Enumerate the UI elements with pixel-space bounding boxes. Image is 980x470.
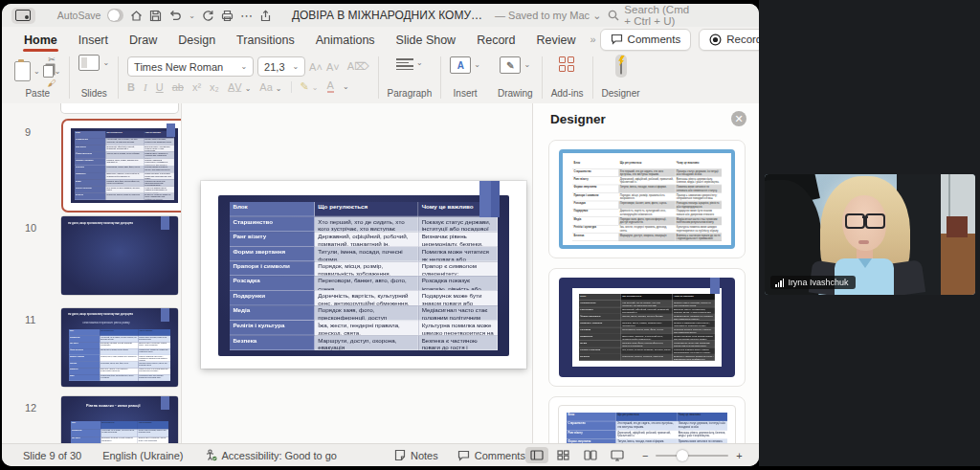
font-color-caret[interactable]: ⌄	[343, 82, 349, 91]
slide-canvas[interactable]: БлокЩо регулюєтьсяЧому це важливоСтаршин…	[182, 103, 532, 444]
saved-status[interactable]: — Saved to my Mac ⌄	[495, 10, 601, 22]
thumbnail-slide-12[interactable]: Рівень помилки – канал реакції БлокЩо ре…	[61, 396, 178, 444]
tab-record[interactable]: Record	[466, 29, 525, 51]
tab-transitions[interactable]: Transitions	[226, 29, 305, 51]
designer-label[interactable]: Designer	[602, 88, 640, 101]
insert-caret[interactable]: ⌄	[474, 60, 480, 69]
drawing-label[interactable]: Drawing	[498, 88, 533, 101]
designer-close-button[interactable]: ✕	[731, 111, 746, 126]
status-bar: Slide 9 of 30 English (Ukraine) Accessib…	[2, 443, 759, 466]
addins-grid-icon[interactable]	[559, 56, 576, 74]
strikethrough-button[interactable]: ab	[172, 81, 184, 93]
home-icon[interactable]	[130, 10, 143, 22]
record-button[interactable]: Record	[699, 29, 759, 51]
tabs-overflow-chevron[interactable]: »	[586, 34, 599, 45]
screen-share-indicator[interactable]	[11, 8, 35, 24]
insert-textbox-icon[interactable]: A	[450, 56, 471, 74]
webcam-video-tile[interactable]: Iryna Ivashchuk	[765, 174, 975, 295]
zoom-out-button[interactable]: −	[642, 450, 648, 461]
table-row: БезпекаМаршрути, доступ, охорона, евакуа…	[230, 336, 498, 350]
clear-formatting-button[interactable]: A⌦	[347, 60, 369, 73]
change-case-button[interactable]: Aa ⌄	[259, 81, 281, 93]
bold-button[interactable]: B	[127, 81, 135, 93]
addins-group: Add-ins	[543, 52, 592, 103]
slides-caret[interactable]: ⌄	[102, 58, 109, 67]
undo-dropdown-caret[interactable]: ⌄	[189, 11, 195, 20]
reading-view-button[interactable]	[579, 447, 602, 463]
addins-label[interactable]: Add-ins	[551, 88, 584, 101]
tab-draw[interactable]: Draw	[119, 29, 167, 51]
print-icon[interactable]	[221, 10, 234, 22]
italic-button[interactable]: I	[144, 81, 147, 93]
thumbnail-slide-9[interactable]: БлокЩо регулюєтьсяЧому це важливоСтаршин…	[61, 119, 182, 213]
slide-thumbnail-panel[interactable]: 9 БлокЩо регулюєтьсяЧому це важливоСтарш…	[2, 103, 182, 444]
comments-button[interactable]: Comments	[600, 29, 692, 51]
thumbnail-slide-10[interactable]: Як діяти, якщо протокольну помилку вже д…	[61, 216, 178, 295]
drawing-pencil-icon[interactable]: ✎	[500, 56, 521, 74]
slide-sorter-view-button[interactable]	[552, 447, 575, 463]
slide-counter[interactable]: Slide 9 of 30	[23, 450, 81, 461]
insert-label[interactable]: Insert	[454, 88, 478, 101]
paragraph-caret[interactable]: ⌄	[416, 58, 423, 67]
font-color-button[interactable]: A	[327, 80, 334, 93]
document-title[interactable]: ДОВІРА В МІЖНАРОДНИХ КОМУ…	[292, 9, 482, 22]
superscript-button[interactable]: x²	[192, 81, 201, 93]
paste-caret[interactable]: ⌄	[33, 67, 40, 76]
slide-page[interactable]: БлокЩо регулюєтьсяЧому це важливоСтаршин…	[201, 181, 526, 369]
cut-icon[interactable]: ✂	[48, 55, 56, 64]
underline-button[interactable]: U	[156, 81, 164, 93]
font-size-select[interactable]: 21,3⌄	[257, 56, 305, 77]
designer-button[interactable]	[615, 55, 627, 78]
paragraph-label[interactable]: Paragraph	[388, 88, 433, 101]
highlight-color-button[interactable]: ✎ ⌄	[301, 80, 319, 93]
undo-icon[interactable]	[168, 10, 182, 22]
bookmark-shape[interactable]	[479, 181, 500, 217]
new-slide-icon[interactable]	[78, 55, 100, 71]
tab-design[interactable]: Design	[167, 29, 226, 51]
zoom-level[interactable]: 46%	[750, 450, 759, 461]
accessibility-status[interactable]: Accessibility: Good to go	[205, 449, 337, 461]
zoom-slider-knob[interactable]	[677, 450, 688, 461]
tab-animations[interactable]: Animations	[305, 29, 386, 51]
comments-toggle[interactable]: Comments	[457, 450, 525, 461]
design-variant-1[interactable]: БлокЩо регулюєтьсяЧому це важливоСтаршин…	[548, 140, 746, 258]
design-variant-2[interactable]: БлокЩо регулюєтьсяЧому це важливоСтаршин…	[548, 268, 746, 387]
paste-clipboard-icon[interactable]	[14, 61, 31, 81]
slides-label[interactable]: Slides	[81, 88, 107, 101]
paragraph-icon[interactable]	[396, 58, 413, 70]
paste-label[interactable]: Paste	[25, 88, 50, 101]
notes-button[interactable]: Notes	[394, 449, 438, 461]
subscript-button[interactable]: x₂	[210, 81, 219, 93]
thumbnail-slide-8-partial[interactable]	[61, 103, 178, 113]
save-icon[interactable]	[149, 10, 162, 22]
format-painter-icon[interactable]: 🖌	[48, 78, 56, 88]
character-spacing-button[interactable]: A̲V̲ ⌄	[228, 81, 251, 93]
slide-table[interactable]: БлокЩо регулюєтьсяЧому це важливоСтаршин…	[230, 202, 498, 350]
tab-review[interactable]: Review	[525, 29, 586, 51]
design-variant-3[interactable]: БлокЩо регулюєтьсяЧому це важливоСтаршин…	[548, 396, 746, 444]
autosave-toggle[interactable]	[107, 9, 123, 22]
zoom-slider[interactable]	[656, 455, 728, 457]
font-name-select[interactable]: Times New Roman⌄	[127, 56, 254, 77]
export-icon[interactable]	[259, 10, 272, 22]
copy-icon[interactable]	[43, 65, 54, 78]
tab-slideshow[interactable]: Slide Show	[386, 29, 467, 51]
language-indicator[interactable]: English (Ukraine)	[102, 450, 183, 461]
zoom-in-button[interactable]: +	[736, 450, 742, 461]
normal-view-button[interactable]	[525, 447, 548, 463]
drawing-caret[interactable]: ⌄	[523, 60, 530, 69]
more-commands-icon[interactable]: ⋯	[240, 10, 253, 22]
slideshow-view-button[interactable]	[606, 447, 629, 463]
tab-insert[interactable]: Insert	[68, 29, 119, 51]
tab-home[interactable]: Home	[13, 29, 68, 51]
grow-font-button[interactable]: A˄	[309, 61, 323, 73]
shrink-font-button[interactable]: A˅	[326, 61, 340, 73]
paste-group: ⌄ ✂ ⌄ 🖌 Paste	[6, 52, 69, 103]
search-input[interactable]: Search (Cmd + Ctrl + U)	[608, 4, 692, 27]
title-bar: AutoSave ⌄ ⋯ ДОВІРА В МІЖНАРОДНИХ КОМУ… …	[2, 4, 759, 27]
redo-icon[interactable]	[202, 10, 214, 22]
table-row: МедіаПорядок заяв, фото, пресконференції…	[579, 341, 715, 347]
copy-caret[interactable]: ⌄	[55, 67, 61, 76]
thumbnail-slide-11[interactable]: Як діяти, якщо протокольну помилку вже д…	[61, 308, 178, 387]
table-background-shape[interactable]: БлокЩо регулюєтьсяЧому це важливоСтаршин…	[218, 195, 509, 356]
